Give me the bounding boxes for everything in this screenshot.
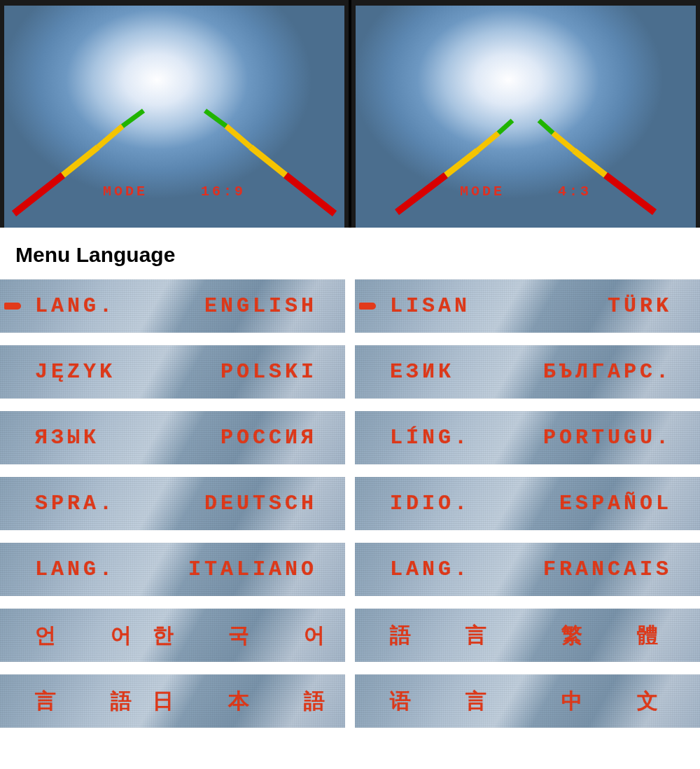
language-value: ITALIANO: [188, 557, 317, 581]
camera-screen-right: MODE 4:3: [351, 0, 700, 228]
svg-line-10: [477, 133, 498, 151]
language-item[interactable]: 語 言繁 體: [355, 609, 700, 662]
svg-line-13: [574, 151, 606, 175]
language-item[interactable]: IDIO.ESPAÑOL: [355, 477, 700, 530]
svg-line-1: [63, 147, 98, 175]
svg-line-2: [98, 126, 122, 147]
language-value: FRANCAIS: [543, 557, 672, 581]
language-value: TÜRK: [608, 294, 672, 318]
language-label: ЕЗИК: [390, 360, 454, 384]
mode-label: MODE: [460, 183, 505, 200]
language-value: РОССИЯ: [220, 426, 317, 450]
language-label: LANG.: [390, 557, 470, 581]
language-item[interactable]: 언 어한 국 어: [0, 609, 345, 662]
svg-line-15: [539, 120, 553, 133]
svg-line-6: [226, 126, 251, 147]
language-value: 中 文: [561, 687, 679, 716]
language-value: 日 本 語: [153, 687, 345, 716]
language-item[interactable]: JĘZYKPOLSKI: [0, 345, 345, 399]
language-label: 言 語: [35, 687, 153, 716]
language-label: IDIO.: [390, 492, 470, 515]
language-label: LANG.: [35, 557, 115, 581]
selection-indicator-icon: [359, 303, 376, 310]
svg-line-14: [553, 133, 574, 151]
osd-mode-right: MODE 4:3: [351, 183, 700, 200]
osd-mode-left: MODE 16:9: [0, 183, 349, 200]
language-label: 语 言: [390, 687, 507, 716]
svg-line-9: [446, 151, 477, 175]
language-value: 繁 體: [561, 621, 679, 650]
language-label: ЯЗЫК: [35, 426, 99, 450]
svg-line-5: [251, 147, 286, 175]
language-value: БЪЛГАРС.: [543, 360, 672, 384]
language-value: ESPAÑOL: [559, 492, 672, 515]
language-value: DEUTSCH: [204, 492, 317, 515]
svg-line-7: [205, 111, 226, 126]
language-item[interactable]: SPRA.DEUTSCH: [0, 477, 345, 530]
selection-indicator-icon: [4, 303, 21, 310]
language-item[interactable]: LANG.FRANCAIS: [355, 543, 700, 596]
language-value: PORTUGU.: [543, 426, 672, 450]
language-value: ENGLISH: [204, 294, 317, 318]
language-item[interactable]: LANG.ITALIANO: [0, 543, 345, 596]
svg-line-3: [122, 111, 144, 126]
aspect-ratio: 16:9: [201, 183, 246, 200]
language-item[interactable]: LANG.ENGLISH: [0, 279, 345, 333]
language-item[interactable]: LISANTÜRK: [355, 279, 700, 333]
language-item[interactable]: ЕЗИКБЪЛГАРС.: [355, 345, 700, 399]
aspect-ratio: 4:3: [558, 183, 592, 200]
camera-screen-left: MODE 16:9: [0, 0, 349, 228]
language-label: SPRA.: [35, 492, 115, 515]
language-item[interactable]: 语 言中 文: [355, 674, 700, 728]
language-label: LISAN: [390, 294, 470, 318]
svg-line-11: [498, 120, 512, 133]
language-item[interactable]: ЯЗЫКРОССИЯ: [0, 411, 345, 464]
language-label: LANG.: [35, 294, 115, 318]
language-label: LÍNG.: [390, 426, 470, 450]
mode-label: MODE: [103, 183, 148, 200]
language-value: POLSKI: [220, 360, 317, 384]
language-item[interactable]: 言 語日 本 語: [0, 674, 345, 728]
language-label: 언 어: [35, 621, 153, 650]
language-label: JĘZYK: [35, 360, 115, 384]
section-heading: Menu Language: [0, 228, 700, 279]
language-label: 語 言: [390, 621, 507, 650]
camera-screens-row: MODE 16:9 MODE 4:3: [0, 0, 700, 228]
language-grid: LANG.ENGLISHLISANTÜRKJĘZYKPOLSKIЕЗИКБЪЛГ…: [0, 279, 700, 728]
language-item[interactable]: LÍNG.PORTUGU.: [355, 411, 700, 464]
language-value: 한 국 어: [153, 621, 345, 650]
